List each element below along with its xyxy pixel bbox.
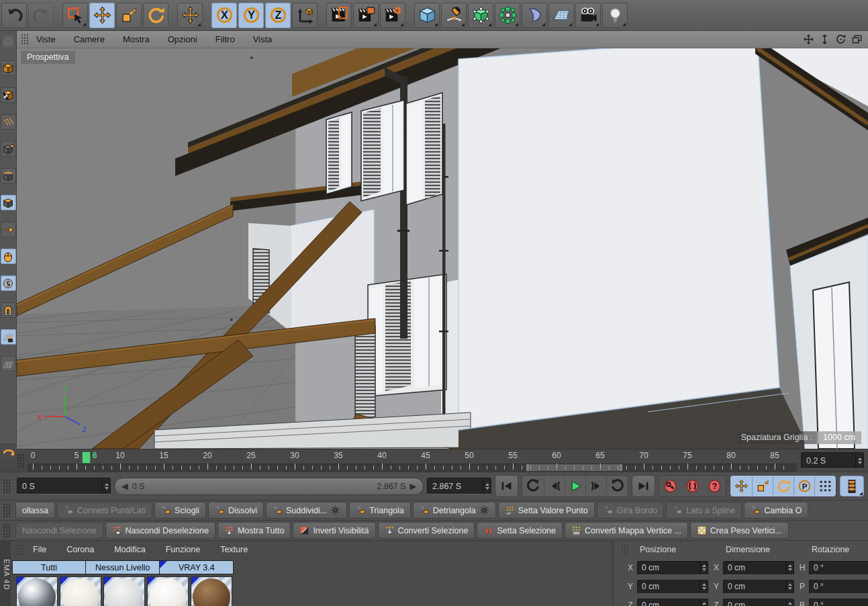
animation-range-slider[interactable]: ◀ 0 S 2.867 S ▶: [114, 478, 424, 495]
goto-end-button[interactable]: [633, 476, 654, 496]
render-picture-viewer-button[interactable]: [353, 3, 379, 28]
transport-drag-handle[interactable]: [3, 479, 11, 494]
material-menu-file[interactable]: File: [33, 545, 46, 554]
play-button[interactable]: [565, 476, 585, 496]
zoom-view-icon[interactable]: [819, 34, 830, 45]
workplane-grid-button[interactable]: [1, 356, 16, 372]
keyframe-parameter-button[interactable]: P: [793, 476, 814, 496]
cmd-converti-mappa-vertice[interactable]: Converti Mappa Vertice ...: [565, 522, 688, 539]
material-menu-texture[interactable]: Texture: [220, 545, 248, 554]
viewport-canvas[interactable]: Prospettiva Spaziatura Griglia : 1000 cm: [17, 48, 868, 449]
render-settings-button[interactable]: [380, 3, 405, 28]
array-object-button[interactable]: [495, 3, 520, 28]
coord-spinner[interactable]: [785, 599, 793, 606]
prev-key-button[interactable]: [523, 476, 544, 496]
cmd-gira-bordo[interactable]: Gira Bordo: [597, 502, 664, 519]
gear-icon[interactable]: [330, 505, 340, 515]
cmd-nascondi-selezione[interactable]: Nascondi Selezione: [15, 522, 103, 539]
material-tab-tutti[interactable]: Tutti: [12, 560, 86, 574]
points-mode-button[interactable]: [1, 141, 16, 157]
coord-field-dimensione-z[interactable]: 0 cm: [723, 599, 794, 606]
x-axis-lock-button[interactable]: X: [211, 3, 237, 28]
visibility-row-drag-handle[interactable]: [3, 523, 11, 538]
next-key-button[interactable]: [606, 476, 627, 496]
coord-field-dimensione-y[interactable]: 0 cm: [723, 580, 794, 594]
scale-tool-button[interactable]: [116, 3, 142, 28]
cmd-dissolvi[interactable]: Dissolvi: [208, 502, 264, 519]
magnet-snap-button[interactable]: [1, 302, 16, 318]
coord-field-rotazione-p[interactable]: 0 °: [809, 580, 868, 594]
current-time-field[interactable]: 0 S: [17, 478, 111, 494]
add-cube-button[interactable]: [414, 3, 440, 28]
material-menu-modifica[interactable]: Modifica: [114, 545, 146, 554]
record-question-button[interactable]: ?: [704, 476, 725, 496]
next-frame-button[interactable]: [585, 476, 606, 496]
viewport-menu-viste[interactable]: Viste: [36, 34, 56, 44]
cmd-setta-selezione[interactable]: Setta Selezione: [477, 522, 563, 539]
material-swatch-cream[interactable]: [60, 576, 101, 606]
y-axis-lock-button[interactable]: Y: [238, 3, 264, 28]
timeline-drag-handle[interactable]: [17, 453, 26, 468]
material-swatch-chrome[interactable]: [16, 576, 58, 606]
keyframe-rotation-button[interactable]: [773, 476, 793, 496]
viewport-menu-opzioni[interactable]: Opzioni: [168, 34, 197, 44]
mesh-row-drag-handle[interactable]: [3, 503, 11, 518]
coord-spinner[interactable]: [700, 599, 708, 606]
coord-field-posizione-x[interactable]: 0 cm: [637, 561, 708, 575]
deformer-button[interactable]: [522, 3, 547, 28]
viewport-menu-filtro[interactable]: Filtro: [215, 34, 235, 44]
cmd-triangola[interactable]: Triangola: [349, 502, 411, 519]
pan-view-icon[interactable]: [803, 34, 814, 45]
tweak-mode-button[interactable]: [1, 222, 16, 237]
cmd-cambia-o[interactable]: Cambia O: [744, 502, 808, 519]
cmd-sciogli[interactable]: Sciogli: [154, 502, 206, 519]
cmd-mostra-tutto[interactable]: Mostra Tutto: [218, 522, 291, 539]
material-swatch-marble[interactable]: [103, 576, 145, 606]
material-menu-drag-handle[interactable]: [16, 544, 25, 556]
coord-spinner[interactable]: [700, 562, 708, 574]
timeline-ruler[interactable]: 05101520253035404550556065707580856: [28, 450, 797, 472]
viewport-menu-camere[interactable]: Camere: [74, 34, 105, 44]
goto-start-button[interactable]: [496, 476, 517, 496]
coord-spinner[interactable]: [700, 580, 708, 593]
coord-field-dimensione-x[interactable]: 0 cm: [723, 561, 794, 575]
material-menu-funzione[interactable]: Funzione: [166, 545, 200, 554]
move-tool-button[interactable]: [89, 3, 115, 28]
rotate-band-icon[interactable]: [0, 443, 17, 462]
polygons-mode-button[interactable]: [1, 195, 16, 210]
texture-mode-button[interactable]: [1, 87, 16, 103]
current-time-spinner[interactable]: [102, 478, 110, 494]
rotate-tool-button[interactable]: [143, 3, 168, 28]
timeline-playhead[interactable]: [82, 451, 91, 464]
maximize-view-icon[interactable]: [851, 34, 863, 45]
model-mode-button[interactable]: [1, 60, 16, 76]
cmd-crea-peso-vertici[interactable]: Crea Peso Vertici...: [690, 522, 789, 539]
cmd-setta-valore-punto[interactable]: x=Setta Valore Punto: [498, 502, 595, 519]
cmd-detriangola[interactable]: Detriangola: [413, 502, 496, 519]
cmd-nascondi-deselezione[interactable]: Nascondi Deselezione: [105, 522, 215, 539]
prev-frame-button[interactable]: [544, 476, 565, 496]
cmd-lato-a-spline[interactable]: Lato a Spline: [666, 502, 742, 519]
live-selection-button[interactable]: [62, 3, 88, 28]
cmd-converti-selezione[interactable]: Converti Selezione: [378, 522, 475, 539]
camera-label[interactable]: Prospettiva: [21, 51, 75, 64]
material-swatch-brown[interactable]: [191, 576, 232, 606]
viewport-menu-mostra[interactable]: Mostra: [123, 34, 150, 44]
last-tool-button[interactable]: [177, 3, 203, 28]
generator-button[interactable]: [468, 3, 493, 28]
spline-pen-button[interactable]: [441, 3, 467, 28]
record-auto-button[interactable]: [682, 476, 703, 496]
keyframe-pla-button[interactable]: [814, 476, 835, 496]
coord-field-posizione-z[interactable]: 0 cm: [637, 599, 708, 606]
coord-spinner[interactable]: [785, 580, 793, 593]
floor-object-button[interactable]: [548, 3, 574, 28]
keyframe-position-button[interactable]: [731, 476, 752, 496]
material-tab-vray-3-4[interactable]: VRAY 3.4: [160, 560, 234, 574]
cmd-inverti-visibilit[interactable]: Inverti Visibilità: [293, 522, 375, 539]
coord-spinner[interactable]: [785, 562, 793, 574]
cmd-ollassa[interactable]: ollassa: [15, 502, 55, 519]
workplane-lock-button[interactable]: [1, 329, 16, 345]
coord-field-rotazione-b[interactable]: 0 °: [809, 599, 868, 606]
redo-button[interactable]: [28, 3, 54, 28]
z-axis-lock-button[interactable]: Z: [265, 3, 291, 28]
